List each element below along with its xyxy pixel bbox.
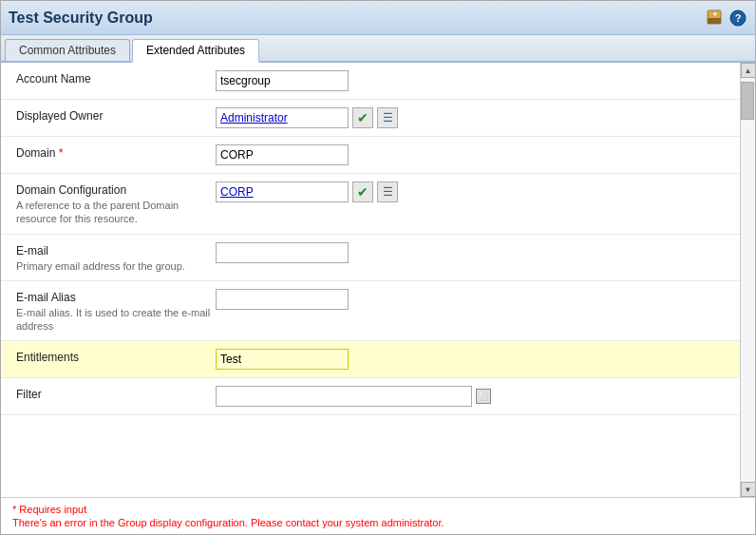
check-icon2: ✔ (357, 184, 369, 200)
entitlements-input[interactable] (216, 349, 349, 370)
main-window: Test Security Group + ? Common Attribute… (0, 0, 756, 535)
domain-config-check-btn[interactable]: ✔ (352, 182, 373, 202)
domain-input[interactable] (216, 144, 349, 165)
list-icon2: ☰ (383, 185, 393, 199)
svg-text:?: ? (735, 12, 742, 24)
field-row-domain-config: Domain Configuration A reference to a th… (1, 174, 740, 235)
scrollbar-down-btn[interactable]: ▼ (741, 482, 756, 497)
title-bar-icons: + ? (706, 9, 747, 28)
scrollbar-thumb[interactable] (741, 82, 754, 120)
field-row-entitlements: Entitlements (1, 341, 740, 378)
field-control-account-name (216, 70, 349, 91)
filter-browse-btn[interactable]: ⬜ (476, 389, 491, 404)
list-icon: ☰ (383, 111, 393, 124)
field-control-domain-config: ✔ ☰ (216, 182, 398, 202)
check-icon: ✔ (357, 110, 369, 125)
tab-bar: Common Attributes Extended Attributes (1, 35, 755, 63)
domain-required-marker: * (59, 146, 64, 160)
filter-input[interactable] (216, 386, 472, 407)
account-name-input[interactable] (216, 70, 349, 91)
field-control-domain (216, 144, 349, 165)
add-icon[interactable]: + (706, 9, 725, 28)
field-label-entitlements: Entitlements (16, 349, 216, 364)
field-row-filter: Filter ⬜ (1, 378, 740, 415)
tab-extended-attributes[interactable]: Extended Attributes (132, 39, 259, 63)
field-control-displayed-owner: ✔ ☰ (216, 107, 398, 128)
tab-common-attributes[interactable]: Common Attributes (5, 39, 130, 61)
error-message: There's an error in the Group display co… (12, 517, 744, 528)
field-row-domain: Domain * (1, 137, 740, 174)
field-label-domain: Domain * (16, 144, 216, 160)
email-alias-input[interactable] (216, 289, 349, 310)
field-label-displayed-owner: Displayed Owner (16, 107, 216, 123)
field-control-email (216, 242, 349, 263)
title-bar: Test Security Group + ? (1, 1, 755, 35)
field-label-filter: Filter (16, 386, 216, 401)
field-label-domain-config: Domain Configuration A reference to a th… (16, 182, 216, 226)
field-label-email-alias: E-mail Alias E-mail alias. It is used to… (16, 289, 216, 334)
field-row-email-alias: E-mail Alias E-mail alias. It is used to… (1, 281, 740, 342)
page-title: Test Security Group (9, 10, 153, 27)
field-label-account-name: Account Name (16, 70, 216, 86)
field-control-email-alias (216, 289, 349, 310)
displayed-owner-input[interactable] (216, 107, 349, 128)
domain-config-list-btn[interactable]: ☰ (377, 182, 398, 202)
field-control-entitlements (216, 349, 349, 370)
field-label-email: E-mail Primary email address for the gro… (16, 242, 216, 273)
domain-config-input[interactable] (216, 182, 349, 202)
required-note: * Requires input (12, 504, 744, 515)
browse-icon: ⬜ (479, 392, 488, 401)
field-control-filter: ⬜ (216, 386, 491, 407)
displayed-owner-list-btn[interactable]: ☰ (377, 107, 398, 128)
vertical-scrollbar: ▲ ▼ (740, 63, 755, 497)
scrollbar-up-btn[interactable]: ▲ (741, 63, 756, 78)
scrollbar-track (741, 78, 755, 482)
field-row-displayed-owner: Displayed Owner ✔ ☰ (1, 100, 740, 137)
svg-text:+: + (712, 10, 717, 19)
help-icon[interactable]: ? (728, 9, 747, 28)
email-input[interactable] (216, 242, 349, 263)
field-row-account-name: Account Name (1, 63, 740, 100)
form-scroll: Account Name Displayed Owner ✔ (1, 63, 740, 497)
displayed-owner-check-btn[interactable]: ✔ (352, 107, 373, 128)
content-area: Account Name Displayed Owner ✔ (1, 63, 755, 497)
field-row-email: E-mail Primary email address for the gro… (1, 235, 740, 281)
footer: * Requires input There's an error in the… (1, 497, 755, 534)
